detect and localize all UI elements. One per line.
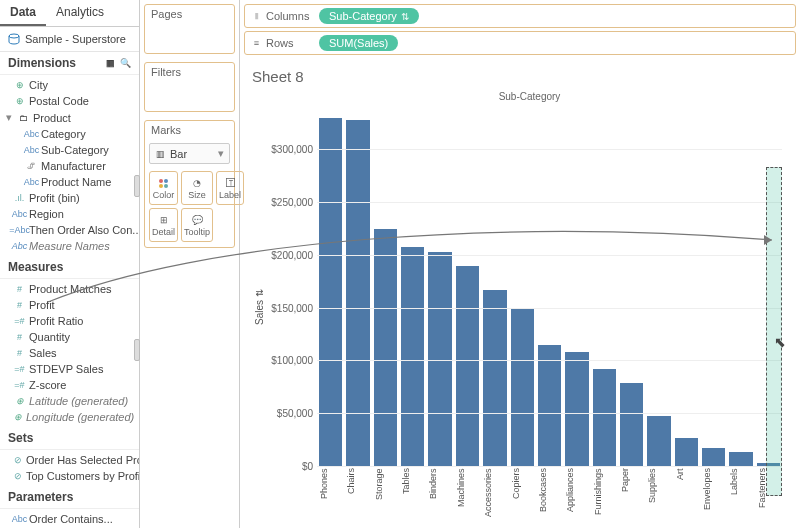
x-tick[interactable]: Envelopes bbox=[702, 468, 725, 526]
parameters-header: Parameters bbox=[0, 486, 139, 509]
hash-icon: # bbox=[14, 332, 25, 343]
pill-sum-sales[interactable]: SUM(Sales) bbox=[319, 35, 398, 51]
y-tick: $300,000 bbox=[269, 144, 313, 155]
dim-manufacturer[interactable]: 🖇Manufacturer bbox=[0, 158, 139, 174]
bar[interactable] bbox=[483, 290, 506, 466]
dim-measurenames[interactable]: AbcMeasure Names bbox=[0, 238, 139, 254]
x-tick[interactable]: Storage bbox=[374, 468, 397, 526]
mark-color[interactable]: Color bbox=[149, 171, 178, 205]
rows-shelf[interactable]: ≡Rows SUM(Sales) bbox=[244, 31, 796, 55]
x-tick[interactable]: Paper bbox=[620, 468, 643, 526]
bar[interactable] bbox=[647, 416, 670, 466]
filters-shelf[interactable]: Filters bbox=[144, 62, 235, 112]
dim-postal[interactable]: ⊕Postal Code bbox=[0, 93, 139, 109]
meas-lon[interactable]: ⊕Longitude (generated) bbox=[0, 409, 139, 425]
view-icon[interactable]: ▦ bbox=[105, 58, 116, 69]
x-tick[interactable]: Machines bbox=[456, 468, 479, 526]
bar[interactable] bbox=[729, 452, 752, 466]
set-orderhas[interactable]: ⊘Order Has Selected Pro... bbox=[0, 452, 139, 468]
x-tick[interactable]: Phones bbox=[319, 468, 342, 526]
bar[interactable] bbox=[428, 252, 451, 466]
dim-subcategory[interactable]: AbcSub-Category bbox=[0, 142, 139, 158]
set-topcust[interactable]: ⊘Top Customers by Profit bbox=[0, 468, 139, 484]
dim-category[interactable]: AbcCategory bbox=[0, 126, 139, 142]
meas-quantity[interactable]: #Quantity bbox=[0, 329, 139, 345]
plot-area[interactable]: $0$50,000$100,000$150,000$200,000$250,00… bbox=[317, 107, 782, 466]
meas-profitratio[interactable]: =#Profit Ratio bbox=[0, 313, 139, 329]
dim-city[interactable]: ⊕City bbox=[0, 77, 139, 93]
bar[interactable] bbox=[538, 345, 561, 466]
rows-label: Rows bbox=[266, 37, 294, 49]
x-tick[interactable]: Accessories bbox=[483, 468, 506, 526]
mark-detail[interactable]: ⊞Detail bbox=[149, 208, 178, 242]
sheet-title[interactable]: Sheet 8 bbox=[252, 68, 792, 89]
x-tick[interactable]: Tables bbox=[401, 468, 424, 526]
meas-profit[interactable]: #Profit bbox=[0, 297, 139, 313]
calc-hash-icon: =# bbox=[14, 316, 25, 327]
bar[interactable] bbox=[620, 383, 643, 466]
abc-icon: Abc bbox=[26, 145, 37, 156]
dim-profitbin[interactable]: .ıl.Profit (bin) bbox=[0, 190, 139, 206]
x-tick[interactable]: Supplies bbox=[647, 468, 670, 526]
mark-size[interactable]: ◔Size bbox=[181, 171, 213, 205]
chevron-down-icon: ▾ bbox=[218, 147, 224, 160]
cursor-icon: ⬉ bbox=[774, 334, 786, 350]
bar[interactable] bbox=[401, 247, 424, 466]
hash-icon: # bbox=[14, 284, 25, 295]
x-tick[interactable]: Bookcases bbox=[538, 468, 561, 526]
drop-target[interactable] bbox=[766, 167, 782, 496]
bar[interactable] bbox=[565, 352, 588, 466]
gridline bbox=[317, 202, 782, 203]
bar[interactable] bbox=[511, 308, 534, 466]
meas-productmatches[interactable]: #Product Matches bbox=[0, 281, 139, 297]
y-tick: $150,000 bbox=[269, 302, 313, 313]
abc-icon: Abc bbox=[14, 514, 25, 525]
x-tick[interactable]: Labels bbox=[729, 468, 752, 526]
globe-icon: ⊕ bbox=[14, 412, 22, 423]
pill-subcategory[interactable]: Sub-Category⇅ bbox=[319, 8, 419, 24]
scroll-thumb[interactable] bbox=[134, 339, 140, 361]
dim-thenorder[interactable]: =AbcThen Order Also Con... bbox=[0, 222, 139, 238]
search-icon[interactable]: 🔍 bbox=[120, 58, 131, 69]
bar[interactable] bbox=[675, 438, 698, 467]
x-tick[interactable]: Copiers bbox=[511, 468, 534, 526]
columns-icon: ⦀ bbox=[251, 11, 262, 22]
chart[interactable]: Sub-Category $0$50,000$100,000$150,000$2… bbox=[267, 89, 792, 526]
mark-tooltip[interactable]: 💬Tooltip bbox=[181, 208, 213, 242]
rows-icon: ≡ bbox=[251, 38, 262, 49]
sort-desc-icon: ⇅ bbox=[401, 11, 409, 22]
meas-lat[interactable]: ⊕Latitude (generated) bbox=[0, 393, 139, 409]
meas-stdevp[interactable]: =#STDEVP Sales bbox=[0, 361, 139, 377]
tab-data[interactable]: Data bbox=[0, 0, 46, 26]
dim-productname[interactable]: AbcProduct Name bbox=[0, 174, 139, 190]
param-ordercontains[interactable]: AbcOrder Contains... bbox=[0, 511, 139, 527]
scroll-thumb[interactable] bbox=[134, 175, 140, 197]
tab-analytics[interactable]: Analytics bbox=[46, 0, 114, 26]
x-tick[interactable]: Chairs bbox=[346, 468, 369, 526]
x-tick[interactable]: Art bbox=[675, 468, 698, 526]
bar[interactable] bbox=[702, 448, 725, 466]
meas-sales[interactable]: #Sales bbox=[0, 345, 139, 361]
svg-point-0 bbox=[9, 34, 19, 38]
column-header[interactable]: Sub-Category bbox=[267, 91, 792, 102]
datasource-item[interactable]: Sample - Superstore bbox=[0, 27, 139, 52]
dimensions-list: ⊕City ⊕Postal Code ▾🗀Product AbcCategory… bbox=[0, 75, 139, 256]
meas-zscore[interactable]: =#Z-score bbox=[0, 377, 139, 393]
bar[interactable] bbox=[456, 266, 479, 466]
sort-icon: ⇅ bbox=[254, 290, 265, 298]
dim-product[interactable]: ▾🗀Product bbox=[0, 109, 139, 126]
mark-type-dropdown[interactable]: ▥ Bar ▾ bbox=[149, 143, 230, 164]
y-axis-label[interactable]: Sales ⇅ bbox=[252, 89, 267, 526]
columns-shelf[interactable]: ⦀Columns Sub-Category⇅ bbox=[244, 4, 796, 28]
x-tick[interactable]: Furnishings bbox=[593, 468, 616, 526]
label-icon: 🅃 bbox=[219, 176, 241, 190]
bar[interactable] bbox=[593, 369, 616, 466]
x-tick[interactable]: Binders bbox=[428, 468, 451, 526]
bar[interactable] bbox=[374, 229, 397, 466]
x-tick[interactable]: Appliances bbox=[565, 468, 588, 526]
set-icon: ⊘ bbox=[14, 455, 22, 466]
clip-icon: 🖇 bbox=[26, 161, 37, 172]
dim-region[interactable]: AbcRegion bbox=[0, 206, 139, 222]
pages-shelf[interactable]: Pages bbox=[144, 4, 235, 54]
y-tick: $250,000 bbox=[269, 197, 313, 208]
